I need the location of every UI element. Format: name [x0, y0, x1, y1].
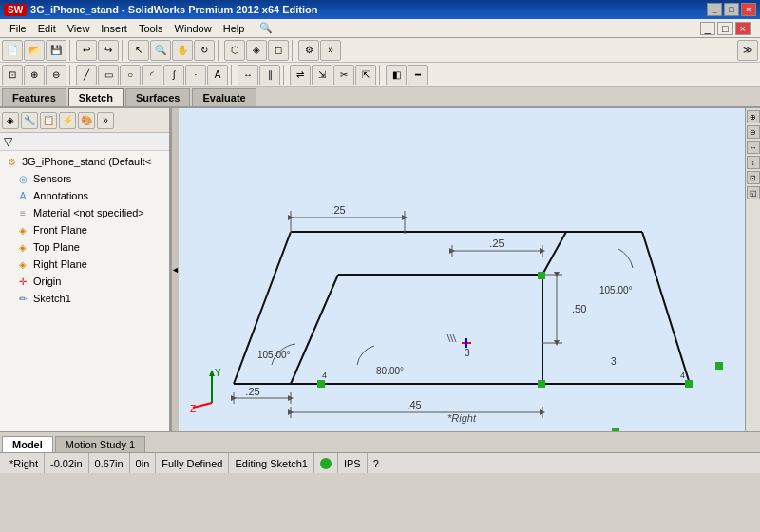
svg-text:.25: .25	[245, 386, 259, 397]
smart-dim[interactable]: ↔	[238, 65, 258, 86]
status-x: -0.02in	[45, 453, 89, 473]
relations[interactable]: ∥	[259, 65, 280, 86]
save-button[interactable]: 💾	[46, 40, 66, 61]
fm-btn3[interactable]: 📋	[40, 112, 57, 129]
sketch-arc[interactable]: ◜	[142, 65, 162, 86]
tab-evaluate[interactable]: Evaluate	[192, 88, 256, 106]
status-defined: Fully Defined	[156, 453, 229, 473]
fm-btn5[interactable]: 🎨	[78, 112, 95, 129]
pan-button[interactable]: ✋	[172, 40, 193, 61]
sketch-text[interactable]: A	[207, 65, 228, 86]
tree-sketch1[interactable]: ✏ Sketch1	[0, 290, 169, 307]
sketch-circle[interactable]: ○	[120, 65, 141, 86]
rt-btn5[interactable]: ⊡	[747, 171, 760, 184]
title-controls[interactable]: _ □ ×	[707, 3, 756, 16]
display-style[interactable]: ◧	[386, 65, 407, 86]
rt-btn4[interactable]: ↕	[747, 156, 760, 169]
tree-sensors[interactable]: ◎ Sensors	[0, 170, 169, 187]
tree-root[interactable]: ⚙ 3G_iPhone_stand (Default<	[0, 153, 169, 170]
rt-btn2[interactable]: ⊖	[747, 125, 760, 139]
sketch-line[interactable]: ╱	[76, 65, 97, 86]
menu-help[interactable]: Help	[218, 21, 251, 36]
axis-svg: Y Z	[188, 365, 236, 412]
tab-sketch[interactable]: Sketch	[68, 88, 124, 106]
rotate-button[interactable]: ↻	[194, 40, 215, 61]
sketch-point[interactable]: ·	[185, 65, 206, 86]
title-left: SW 3G_iPhone_stand - SolidWorks Premium …	[4, 4, 318, 16]
more-button[interactable]: »	[320, 40, 341, 61]
zoom-to-fit[interactable]: ⊡	[2, 65, 23, 86]
window-minimize[interactable]: _	[700, 22, 715, 35]
fm-btn4[interactable]: ⚡	[59, 112, 76, 129]
svg-text:4: 4	[322, 370, 327, 380]
tree-annotations[interactable]: A Annotations	[0, 187, 169, 204]
sketch-spline[interactable]: ∫	[163, 65, 184, 86]
sketch-rect[interactable]: ▭	[98, 65, 119, 86]
shading-button[interactable]: ◈	[246, 40, 267, 61]
trim[interactable]: ✂	[333, 65, 354, 86]
tree-front-plane[interactable]: ◈ Front Plane	[0, 221, 169, 238]
origin-icon: ✛	[15, 274, 30, 289]
status-dot	[320, 458, 332, 469]
right-toolbar: ⊕ ⊖ ↔ ↕ ⊡ ◱	[745, 108, 760, 431]
tab-surfaces[interactable]: Surfaces	[125, 88, 190, 106]
fm-btn1[interactable]: ◈	[2, 112, 19, 129]
svg-rect-29	[715, 362, 723, 370]
tabbar: Features Sketch Surfaces Evaluate	[0, 87, 760, 108]
window-restore[interactable]: □	[717, 22, 733, 35]
menu-edit[interactable]: Edit	[32, 21, 62, 36]
maximize-button[interactable]: □	[724, 3, 739, 16]
svg-line-8	[542, 232, 566, 275]
tree-material[interactable]: ≡ Material <not specified>	[0, 204, 169, 221]
close-button[interactable]: ×	[741, 3, 756, 16]
menu-file[interactable]: File	[4, 21, 32, 36]
redo-button[interactable]: ↪	[98, 40, 119, 61]
line-format[interactable]: ━	[408, 65, 428, 86]
minimize-button[interactable]: _	[707, 3, 722, 16]
canvas[interactable]: .25 .25 .50 .25 .45 105.00° 80.00° 105.0…	[179, 108, 745, 431]
zoom-button[interactable]: 🔍	[150, 40, 171, 61]
svg-text:3: 3	[465, 348, 470, 358]
undo-button[interactable]: ↩	[76, 40, 97, 61]
status-units: IPS	[338, 453, 368, 473]
plane-icon-top: ◈	[15, 239, 30, 255]
btab-model[interactable]: Model	[2, 436, 53, 452]
offset[interactable]: ⇲	[312, 65, 332, 86]
search-icon[interactable]: 🔍	[254, 20, 278, 36]
expand-icon[interactable]: ≫	[737, 40, 758, 61]
menu-right-controls: _ □ ×	[694, 20, 756, 37]
extend[interactable]: ⇱	[355, 65, 376, 86]
svg-rect-28	[612, 428, 619, 431]
tab-features[interactable]: Features	[2, 88, 66, 106]
options-button[interactable]: ⚙	[298, 40, 319, 61]
rt-btn6[interactable]: ◱	[747, 186, 760, 200]
titlebar: SW 3G_iPhone_stand - SolidWorks Premium …	[0, 0, 760, 19]
status-help[interactable]: ?	[368, 453, 385, 473]
window-close[interactable]: ×	[735, 22, 750, 35]
view3d-button[interactable]: ⬡	[224, 40, 245, 61]
svg-line-1	[234, 232, 291, 384]
open-button[interactable]: 📂	[24, 40, 45, 61]
wireframe-button[interactable]: ◻	[268, 40, 289, 61]
tree-right-plane[interactable]: ◈ Right Plane	[0, 256, 169, 273]
fm-more[interactable]: »	[97, 112, 114, 129]
zoom-in[interactable]: ⊕	[24, 65, 45, 86]
status-x-text: -0.02in	[50, 458, 83, 469]
app-logo: SW	[4, 4, 27, 16]
menu-view[interactable]: View	[62, 21, 96, 36]
new-button[interactable]: 📄	[2, 40, 23, 61]
collapse-handle[interactable]: ◄	[171, 108, 179, 431]
rt-btn3[interactable]: ↔	[747, 141, 760, 154]
select-button[interactable]: ↖	[128, 40, 149, 61]
fm-btn2[interactable]: 🔧	[21, 112, 38, 129]
menu-tools[interactable]: Tools	[133, 21, 169, 36]
svg-rect-27	[538, 380, 545, 388]
zoom-out[interactable]: ⊖	[46, 65, 66, 86]
tree-top-plane[interactable]: ◈ Top Plane	[0, 238, 169, 256]
btab-motion1[interactable]: Motion Study 1	[55, 436, 145, 452]
tree-origin[interactable]: ✛ Origin	[0, 273, 169, 290]
rt-btn1[interactable]: ⊕	[747, 110, 760, 124]
menu-insert[interactable]: Insert	[95, 21, 133, 36]
mirror[interactable]: ⇌	[290, 65, 311, 86]
menu-window[interactable]: Window	[169, 21, 218, 36]
